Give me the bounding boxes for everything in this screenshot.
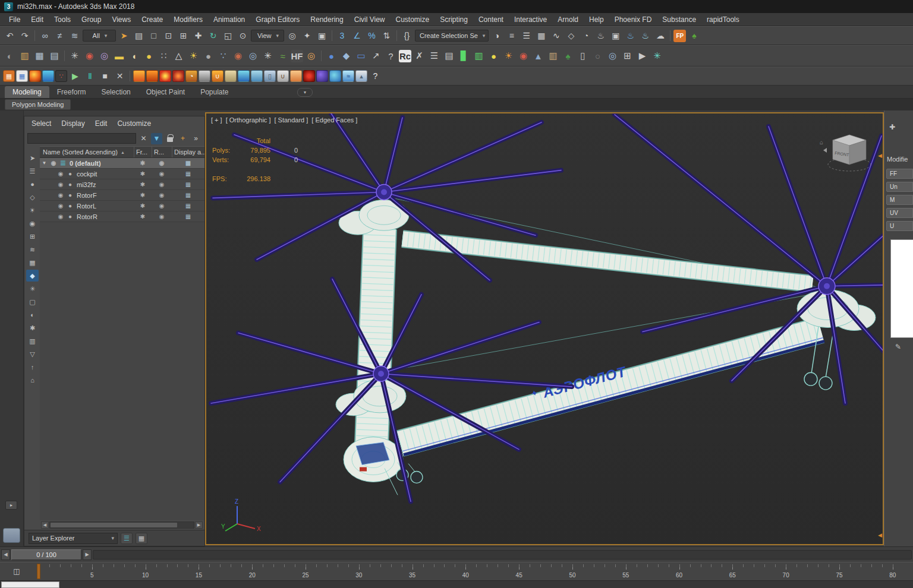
sun-icon[interactable]: ☀ [187,49,200,63]
lock-icon[interactable] [164,133,175,144]
next-frame-icon[interactable]: ▶ [83,549,92,560]
maxscript-mini-listener[interactable] [1,581,59,588]
torus-icon[interactable]: ◎ [304,49,318,63]
percent-snap-icon[interactable]: % [365,29,379,43]
render-iterative-icon[interactable]: ♨ [638,29,652,43]
water-splash-icon[interactable] [238,70,250,82]
add-tab-icon[interactable]: ✚ [889,123,895,131]
menu-item[interactable]: Substance [657,13,701,26]
display-layers-icon[interactable]: ☰ [26,165,39,177]
railclone-badge[interactable]: Rc [399,50,411,62]
frame-tick[interactable]: 40 [465,562,519,580]
help-circle-icon[interactable]: ? [384,49,398,63]
viewport-layout-tab-button[interactable] [3,528,20,543]
fireball-icon[interactable] [29,70,41,82]
display-helpers-icon[interactable]: ⊞ [26,230,39,242]
select-tool-icon[interactable]: ➤ [26,152,39,164]
frame-tick[interactable]: 80 [893,562,913,580]
gear-flower-icon[interactable]: ✳ [261,49,275,63]
ribbon-tab[interactable]: Selection [93,86,138,98]
device-icon[interactable]: ▯ [576,49,590,63]
renderable-icon[interactable]: ◉ [152,192,172,198]
current-frame-marker[interactable] [37,564,40,579]
column-header-display[interactable]: Display a... [172,147,204,157]
search-input[interactable] [27,133,136,144]
ribbon-toggle-icon[interactable]: ▦ [534,29,548,43]
ribbon-tab[interactable]: Freeform [49,86,94,98]
blood-splat-icon[interactable] [303,70,315,82]
viewport-label-segment[interactable]: [ Standard ] [274,116,308,124]
magnifier-icon[interactable]: ◎ [246,49,260,63]
select-and-link-icon[interactable]: ∞ [38,29,52,43]
scene-explorer-row[interactable]: ◉ ● RotorF ✱ ◉ ▦ [40,190,204,201]
grid-view-icon[interactable]: ▦ [136,533,147,544]
redo-icon[interactable]: ↷ [18,29,32,43]
viewcube-home-icon[interactable]: ⌂ [820,139,823,146]
renderable-icon[interactable]: ◉ [152,181,172,188]
play-button[interactable]: ▶ [68,69,82,83]
frame-tick[interactable]: 55 [626,562,679,580]
select-and-place-icon[interactable]: ⊙ [236,29,250,43]
pause-button[interactable]: Ⅱ [83,69,97,83]
orthographic-viewport[interactable]: ✦ АЭРОФЛОТ [206,113,883,544]
menu-item[interactable]: Civil View [349,13,391,26]
foam-dots-icon[interactable]: ∵ [55,70,67,82]
visibility-eye-icon[interactable]: ◉ [56,203,65,209]
display-groups-icon[interactable]: ▦ [26,257,39,268]
named-selection-sets-icon[interactable]: {} [400,29,414,43]
renderable-icon[interactable]: ◉ [152,213,172,220]
viewcube-left-arrow-icon[interactable] [823,148,827,153]
add-filter-icon[interactable]: + [177,133,188,144]
render-production-icon[interactable]: ♨ [624,29,637,43]
menu-item[interactable]: Scripting [435,13,473,26]
snaps-toggle-icon[interactable]: 3 [335,29,349,43]
spinner-snap-icon[interactable]: ⇅ [380,29,393,43]
visibility-eye-icon[interactable]: ◉ [49,160,58,166]
scene-explorer-row[interactable]: ◉ ● mi32fz ✱ ◉ ▦ [40,179,204,190]
viewport-label-segment[interactable]: [ + ] [211,116,222,124]
crossing-selection-icon[interactable]: ⊡ [162,29,175,43]
body-sim-icon[interactable] [290,70,302,82]
scrollbar-thumb[interactable] [51,523,177,527]
phoenix-logo-icon[interactable] [316,70,328,82]
point-cloud-icon[interactable]: ∷ [157,49,171,63]
phoenix-toolbar-button[interactable]: FP [673,30,686,42]
node-name[interactable]: RotorL [75,203,134,210]
panel-collapse-arrow[interactable]: ◀ [878,153,882,159]
fence-selection-icon[interactable]: ⊞ [177,29,190,43]
explorer-home-icon[interactable]: ⌂ [26,374,39,386]
wave-icon[interactable]: ≈ [342,70,354,82]
stop-button[interactable]: ■ [98,69,112,83]
script-doc-icon[interactable]: ▤ [442,49,456,63]
select-and-move-icon[interactable]: ✚ [191,29,205,43]
frame-tick[interactable]: 30 [359,562,413,580]
mountain-icon[interactable]: ▲ [531,49,545,63]
ribbon-tab[interactable]: Modeling [5,86,49,98]
explorer-type-dropdown[interactable]: Layer Explorer [29,533,118,544]
tree-icon[interactable]: ♠ [561,49,575,63]
modifier-button[interactable]: UV [886,208,913,218]
node-name[interactable]: mi32fz [75,181,134,188]
frame-tick[interactable]: 60 [679,562,733,580]
sun-orange-icon[interactable]: ☀ [502,49,515,63]
display-bones-icon[interactable]: ✳ [26,283,39,295]
filter-icon[interactable]: ▼ [151,133,162,144]
teapot-preview-icon[interactable]: ◐ [3,49,17,63]
activeshade-icon[interactable]: ☁ [653,29,667,43]
rectangular-selection-icon[interactable]: □ [147,29,160,43]
scene-explorer-row[interactable]: ◉ ● RotorL ✱ ◉ ▦ [40,201,204,211]
display-containers-icon[interactable]: ▢ [26,296,39,308]
scene-explorer-row[interactable]: ▼ ◉ ☰ 0 (default) ✱ ◉ ▦ [40,158,204,169]
menu-item[interactable]: Content [473,13,509,26]
display-mode-icon[interactable]: ▦ [172,213,204,220]
frame-tick[interactable]: 50 [572,562,626,580]
bulb-icon[interactable]: ● [487,49,500,63]
fire-clock-icon[interactable]: ◔ [185,70,197,82]
frame-tick[interactable]: 0 [39,562,92,580]
modifier-stack-list[interactable] [890,239,913,338]
schematic-view-icon[interactable]: ◇ [564,29,578,43]
layer-manager-icon[interactable]: ☰ [520,29,533,43]
select-object-icon[interactable]: ➤ [117,29,131,43]
renderable-icon[interactable]: ◉ [152,170,172,177]
torch-icon[interactable] [146,70,158,82]
